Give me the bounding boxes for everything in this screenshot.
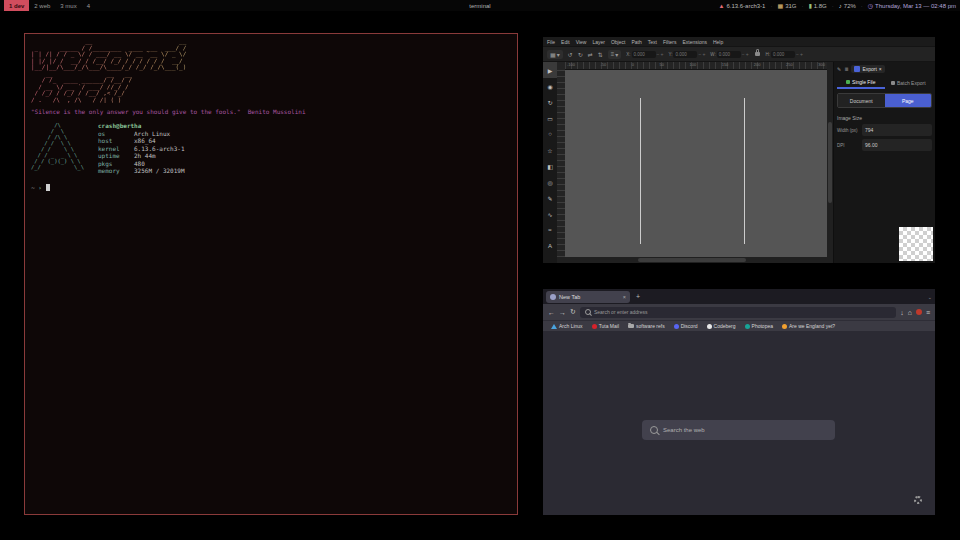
downloads-icon[interactable]: ↓	[900, 309, 904, 316]
menu-path[interactable]: Path	[631, 39, 641, 45]
menu-view[interactable]: View	[576, 39, 587, 45]
x-coordinate-field[interactable]: X: 0.000 − +	[626, 51, 663, 58]
tab-list-chevron-icon[interactable]: ⌄	[928, 294, 932, 300]
inkscape-toolbox: ▶ ◉ ↻ ▭ ○ ☆ ◧ ◎ ✎ ∿ ≈ A	[543, 62, 558, 263]
bookmark-tuta-mail[interactable]: Tuta Mail	[592, 323, 619, 329]
rotate-cw-icon[interactable]: ↻	[578, 51, 583, 58]
bookmark-arch-linux[interactable]: Arch Linux	[551, 323, 583, 329]
tool-rectangle[interactable]: ▭	[543, 110, 557, 126]
layers-dialog-icon[interactable]: ≣	[844, 66, 848, 72]
workspace-dev[interactable]: 1 dev	[4, 0, 29, 11]
tab-favicon	[550, 294, 556, 300]
export-dialog-tab[interactable]: Export ×	[851, 65, 884, 73]
height-field[interactable]: H: 0.000 − +	[766, 51, 803, 58]
tab-single-file[interactable]: Single File	[837, 76, 885, 89]
increment-button[interactable]: +	[800, 51, 803, 57]
bar-modules: ▲ 6.13.6-arch3-1 · ▦ 31G · ▮ 1.8G · ♪ 72…	[718, 2, 956, 9]
h-value[interactable]: 0.000	[771, 51, 795, 58]
pencil-dialog-icon[interactable]: ✎	[837, 66, 841, 72]
menu-object[interactable]: Object	[611, 39, 625, 45]
y-coordinate-field[interactable]: Y: 0.000 − +	[668, 51, 705, 58]
export-dpi-input[interactable]: 96.00	[862, 139, 932, 151]
menu-help[interactable]: Help	[713, 39, 723, 45]
width-field[interactable]: W: 0.000 − +	[710, 51, 748, 58]
memory-icon: ▮	[808, 2, 811, 9]
shell-prompt[interactable]: ~ ›	[31, 184, 511, 192]
scrollbar-thumb[interactable]	[638, 258, 746, 262]
home-icon[interactable]: ⌂	[908, 309, 912, 316]
bookmark-discord[interactable]: Discord	[674, 323, 698, 329]
terminal-window[interactable]: __ __ _ _____ / /________ ____ ___ ___/ …	[24, 33, 518, 515]
tool-pencil[interactable]: ✎	[543, 190, 557, 206]
bookmark-photopea[interactable]: Photopea	[745, 323, 773, 329]
menu-edit[interactable]: Edit	[561, 39, 570, 45]
active-tab[interactable]: New Tab ×	[546, 291, 630, 303]
y-value[interactable]: 0.000	[673, 51, 697, 58]
tab-batch-export[interactable]: Batch Export	[885, 76, 933, 89]
increment-button[interactable]: +	[702, 51, 705, 57]
bookmark-folder-software-refs[interactable]: software refs	[628, 323, 665, 329]
tool-pen[interactable]: ∿	[543, 206, 557, 222]
x-value[interactable]: 0.000	[632, 51, 656, 58]
w-value[interactable]: 0.000	[717, 51, 741, 58]
extension-icon[interactable]	[916, 309, 922, 315]
lock-ratio-icon[interactable]	[755, 52, 760, 56]
increment-button[interactable]: +	[746, 51, 749, 57]
scope-page-button[interactable]: Page	[885, 94, 932, 107]
flip-vertical-icon[interactable]: ⇅	[598, 51, 603, 58]
quote-line: "Silence is the only answer you should g…	[31, 108, 511, 115]
ruler-label: 150	[722, 62, 729, 69]
tool-selector[interactable]: ▶	[543, 62, 557, 78]
new-tab-button[interactable]: +	[636, 293, 640, 300]
tool-text[interactable]: A	[543, 238, 557, 254]
back-button[interactable]: ←	[548, 309, 555, 316]
forward-button[interactable]: →	[559, 309, 566, 316]
close-tab-icon[interactable]: ×	[623, 294, 626, 300]
increment-button[interactable]: +	[661, 51, 664, 57]
inkscape-canvas[interactable]	[565, 70, 827, 257]
selection-mode-dropdown[interactable]: ▦ ▾	[547, 50, 563, 59]
export-width-label: Width (px)	[837, 128, 859, 133]
tool-node-editor[interactable]: ◉	[543, 78, 557, 94]
decrement-button[interactable]: −	[742, 51, 745, 57]
module-separator: ·	[770, 3, 772, 9]
menu-layer[interactable]: Layer	[592, 39, 605, 45]
decrement-button[interactable]: −	[796, 51, 799, 57]
reload-button[interactable]: ↻	[570, 308, 576, 316]
menu-text[interactable]: Text	[648, 39, 657, 45]
tool-shape-builder[interactable]: ↻	[543, 94, 557, 110]
rotate-ccw-icon[interactable]: ↺	[568, 51, 573, 58]
workspace-mux[interactable]: 3 mux	[55, 0, 81, 11]
menu-icon[interactable]: ≡	[926, 309, 930, 316]
scrollbar-thumb[interactable]	[828, 122, 832, 202]
tool-star[interactable]: ☆	[543, 142, 557, 158]
gear-icon[interactable]	[914, 496, 922, 504]
decrement-button[interactable]: −	[698, 51, 701, 57]
web-search-input[interactable]: Search the web	[642, 420, 835, 440]
bookmark-are-we-england-yet[interactable]: Are we England yet?	[782, 323, 835, 329]
bookmark-codeberg[interactable]: Codeberg	[707, 323, 736, 329]
decrement-button[interactable]: −	[657, 51, 660, 57]
workspace-4[interactable]: 4	[82, 0, 95, 11]
scope-document-button[interactable]: Document	[838, 94, 885, 107]
menu-filters[interactable]: Filters	[663, 39, 677, 45]
tool-3dbox[interactable]: ◧	[543, 158, 557, 174]
url-bar[interactable]: Search or enter address	[580, 307, 896, 318]
raise-lower-dropdown[interactable]: ≡ ▾	[608, 50, 622, 59]
flip-horizontal-icon[interactable]: ⇄	[588, 51, 593, 58]
search-placeholder: Search the web	[663, 427, 705, 433]
ruler-label: 300	[818, 62, 825, 69]
workspace-web[interactable]: 2 web	[29, 0, 55, 11]
tool-ellipse[interactable]: ○	[543, 126, 557, 142]
canvas-horizontal-scrollbar[interactable]	[557, 257, 827, 263]
volume-level: 72%	[844, 3, 856, 9]
h-label: H:	[766, 52, 771, 57]
tool-spiral[interactable]: ◎	[543, 174, 557, 190]
close-icon[interactable]: ×	[879, 66, 882, 72]
tool-calligraphy[interactable]: ≈	[543, 222, 557, 238]
menu-file[interactable]: File	[547, 39, 555, 45]
menu-extensions[interactable]: Extensions	[683, 39, 707, 45]
volume-module[interactable]: ♪ 72%	[839, 3, 856, 9]
export-width-input[interactable]: 794	[862, 124, 932, 136]
bookmark-label: Photopea	[752, 323, 773, 329]
